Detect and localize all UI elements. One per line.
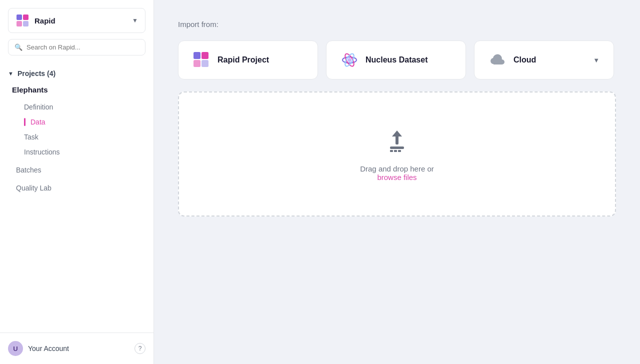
chevron-down-icon: ▼ [132, 17, 138, 24]
brand-name: Rapid [34, 16, 56, 25]
search-box[interactable]: 🔍 [8, 39, 146, 56]
account-label: Your Account [28, 344, 69, 352]
avatar: U [8, 341, 23, 356]
svg-rect-6 [194, 60, 200, 67]
svg-point-8 [348, 58, 352, 62]
cloud-icon [488, 51, 506, 69]
svg-rect-17 [398, 150, 401, 152]
drag-text: Drag and drop here or [360, 164, 434, 173]
project-elephants-items: Definition Data Task Instructions [20, 100, 146, 159]
projects-section: ▼ Projects (4) Elephants Definition Data… [0, 66, 154, 199]
drop-text: Drag and drop here or browse files [360, 164, 434, 182]
svg-rect-14 [390, 146, 404, 149]
svg-rect-5 [202, 52, 208, 59]
sidebar-item-definition[interactable]: Definition [20, 100, 146, 114]
import-card-nucleus-dataset[interactable]: Nucleus Dataset [326, 40, 466, 80]
sidebar-header: Rapid ▼ 🔍 [0, 0, 154, 62]
import-card-rapid-project[interactable]: Rapid Project [178, 40, 318, 80]
svg-rect-15 [390, 150, 393, 152]
nucleus-dataset-icon [340, 51, 358, 69]
svg-rect-16 [394, 150, 397, 152]
svg-rect-3 [23, 21, 28, 26]
sidebar-item-instructions[interactable]: Instructions [20, 145, 146, 159]
import-card-cloud[interactable]: Cloud ▼ [474, 40, 614, 80]
nucleus-dataset-label: Nucleus Dataset [366, 56, 428, 64]
sidebar-footer: U Your Account ? [0, 332, 154, 364]
svg-rect-0 [16, 14, 22, 20]
import-label: Import from: [178, 20, 616, 28]
sidebar-item-batches[interactable]: Batches [12, 163, 146, 177]
rapid-project-icon [192, 51, 210, 69]
projects-title: Projects (4) [18, 70, 56, 78]
sidebar-item-data[interactable]: Data [20, 115, 146, 129]
svg-rect-2 [16, 21, 22, 26]
brand-selector[interactable]: Rapid ▼ [8, 8, 146, 33]
browse-files-link[interactable]: browse files [377, 173, 416, 182]
main-content: Import from: Rapid Project [154, 0, 640, 364]
sidebar: Rapid ▼ 🔍 ▼ Projects (4) Elephants Defin… [0, 0, 154, 364]
sidebar-item-task[interactable]: Task [20, 130, 146, 144]
cloud-chevron-icon: ▼ [593, 56, 600, 64]
brand-selector-left: Rapid [16, 14, 56, 28]
cloud-card-left: Cloud [488, 51, 536, 69]
project-elephants-label[interactable]: Elephants [12, 84, 146, 96]
sidebar-item-quality-lab[interactable]: Quality Lab [12, 181, 146, 195]
rapid-logo-icon [16, 14, 30, 28]
search-icon: 🔍 [14, 44, 22, 51]
import-options: Rapid Project Nucleus Dataset [178, 40, 616, 80]
account-left[interactable]: U Your Account [8, 341, 69, 356]
help-icon[interactable]: ? [134, 343, 146, 354]
cloud-label: Cloud [514, 56, 536, 64]
projects-header[interactable]: ▼ Projects (4) [8, 70, 146, 78]
svg-marker-13 [392, 130, 402, 136]
svg-rect-1 [23, 14, 28, 20]
chevron-down-projects-icon: ▼ [8, 70, 14, 76]
search-input[interactable] [26, 44, 139, 51]
drop-zone[interactable]: Drag and drop here or browse files [178, 92, 616, 216]
project-elephants: Elephants Definition Data Task Instructi… [12, 84, 146, 195]
svg-rect-4 [194, 52, 200, 59]
sidebar-nav: ▼ Projects (4) Elephants Definition Data… [0, 62, 154, 332]
upload-icon [382, 126, 412, 156]
svg-rect-7 [202, 60, 208, 67]
rapid-project-label: Rapid Project [218, 56, 269, 64]
